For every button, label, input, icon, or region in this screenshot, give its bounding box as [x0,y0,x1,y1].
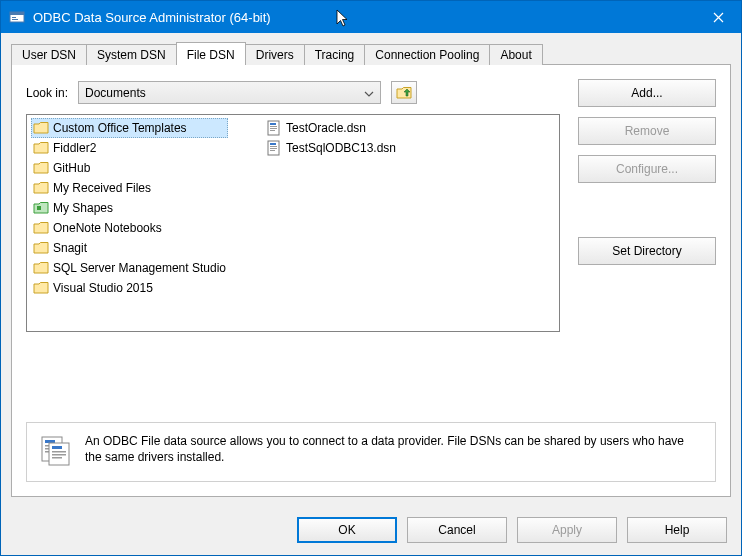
folder-icon [33,220,49,236]
svg-rect-7 [270,126,277,127]
folder-icon [33,260,49,276]
item-label: My Received Files [53,181,151,195]
list-item[interactable]: TestOracle.dsn [264,118,398,138]
remove-button[interactable]: Remove [578,117,716,145]
item-label: Fiddler2 [53,141,96,155]
app-icon [9,9,25,25]
lookin-row: Look in: Documents Add... Remov [26,81,716,104]
list-item[interactable]: TestSqlODBC13.dsn [264,138,398,158]
lookin-value: Documents [85,86,146,100]
dsn-file-icon [266,120,282,136]
odbc-admin-window: ODBC Data Source Administrator (64-bit) … [0,0,742,556]
svg-rect-24 [52,457,62,459]
svg-rect-1 [10,12,24,15]
side-buttons: Add... Remove Configure... Set Directory [578,79,716,265]
list-item[interactable]: Visual Studio 2015 [31,278,228,298]
item-label: OneNote Notebooks [53,221,162,235]
file-dsn-panel: Look in: Documents Add... Remov [11,64,731,497]
cursor-icon [336,9,352,32]
file-list[interactable]: Custom Office Templates Fiddler2 GitHub [26,114,560,332]
file-list-col1: Custom Office Templates Fiddler2 GitHub [31,118,228,298]
list-item[interactable]: My Shapes [31,198,228,218]
item-label: Visual Studio 2015 [53,281,153,295]
svg-rect-22 [52,451,66,453]
chevron-down-icon [364,86,374,100]
titlebar[interactable]: ODBC Data Source Administrator (64-bit) [1,1,741,33]
lookin-combo[interactable]: Documents [78,81,381,104]
svg-rect-14 [270,150,275,151]
tab-system-dsn[interactable]: System DSN [86,44,177,65]
tabstrip: User DSN System DSN File DSN Drivers Tra… [11,41,731,65]
apply-button[interactable]: Apply [517,517,617,543]
folder-icon [33,180,49,196]
configure-button[interactable]: Configure... [578,155,716,183]
tab-drivers[interactable]: Drivers [245,44,305,65]
dsn-info-icon [39,433,73,467]
svg-rect-6 [270,123,276,125]
dialog-footer: OK Cancel Apply Help [1,507,741,555]
svg-rect-4 [37,206,41,210]
svg-rect-8 [270,128,277,129]
folder-icon [33,240,49,256]
tab-tracing[interactable]: Tracing [304,44,366,65]
svg-rect-23 [52,454,66,456]
svg-rect-2 [12,17,16,18]
cancel-button[interactable]: Cancel [407,517,507,543]
svg-rect-12 [270,146,277,147]
info-text: An ODBC File data source allows you to c… [85,433,703,465]
tab-about[interactable]: About [489,44,542,65]
set-directory-button[interactable]: Set Directory [578,237,716,265]
window-title: ODBC Data Source Administrator (64-bit) [33,10,271,25]
item-label: Snagit [53,241,87,255]
add-button[interactable]: Add... [578,79,716,107]
item-label: My Shapes [53,201,113,215]
folder-icon [33,120,49,136]
list-item[interactable]: Snagit [31,238,228,258]
close-button[interactable] [695,1,741,33]
folder-up-button[interactable] [391,81,417,104]
folder-icon [33,280,49,296]
list-item[interactable]: OneNote Notebooks [31,218,228,238]
item-label: Custom Office Templates [53,121,187,135]
folder-icon [33,160,49,176]
info-box: An ODBC File data source allows you to c… [26,422,716,482]
item-label: TestOracle.dsn [286,121,366,135]
dsn-file-icon [266,140,282,156]
svg-rect-13 [270,148,277,149]
folder-icon [33,140,49,156]
list-item[interactable]: Custom Office Templates [31,118,228,138]
tab-user-dsn[interactable]: User DSN [11,44,87,65]
svg-rect-21 [52,446,62,449]
list-item[interactable]: My Received Files [31,178,228,198]
list-item[interactable]: GitHub [31,158,228,178]
item-label: TestSqlODBC13.dsn [286,141,396,155]
ok-button[interactable]: OK [297,517,397,543]
help-button[interactable]: Help [627,517,727,543]
svg-rect-11 [270,143,276,145]
item-label: SQL Server Management Studio [53,261,226,275]
lookin-label: Look in: [26,86,68,100]
item-label: GitHub [53,161,90,175]
shapes-folder-icon [33,200,49,216]
file-list-col2: TestOracle.dsn TestSqlODBC13.dsn [264,118,398,158]
svg-rect-9 [270,130,275,131]
svg-rect-3 [12,19,18,20]
tab-connection-pooling[interactable]: Connection Pooling [364,44,490,65]
tab-file-dsn[interactable]: File DSN [176,42,246,65]
list-item[interactable]: Fiddler2 [31,138,228,158]
list-item[interactable]: SQL Server Management Studio [31,258,228,278]
client-area: User DSN System DSN File DSN Drivers Tra… [1,33,741,507]
